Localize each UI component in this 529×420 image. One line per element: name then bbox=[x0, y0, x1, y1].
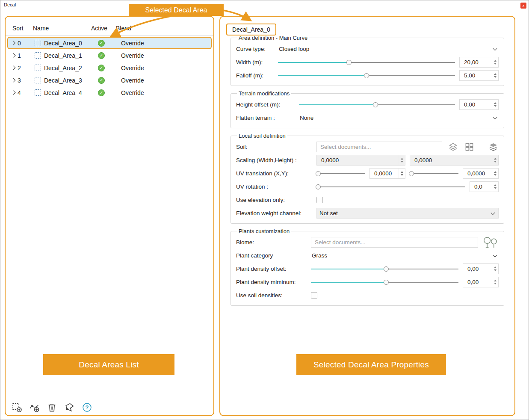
slider-thumb[interactable] bbox=[384, 266, 389, 272]
column-header-active[interactable]: Active bbox=[91, 25, 107, 32]
plant-category-select[interactable]: Grass bbox=[311, 250, 499, 261]
density-offset-spinbox[interactable]: 0,00 bbox=[463, 263, 499, 274]
expander-icon[interactable] bbox=[10, 91, 17, 94]
uv-x-spinbox[interactable]: 0,0000 bbox=[369, 168, 405, 179]
slider-thumb[interactable] bbox=[364, 73, 369, 78]
curve-type-select[interactable]: Closed loop bbox=[278, 44, 499, 54]
column-header-blend[interactable]: Blend bbox=[116, 25, 131, 32]
delete-button[interactable] bbox=[46, 401, 58, 413]
height-offset-spinbox[interactable]: 0,00 bbox=[459, 99, 499, 110]
width-spinbox[interactable]: 20,00 bbox=[459, 57, 499, 68]
row-sort: 3 bbox=[17, 77, 35, 84]
falloff-label: Falloff (m): bbox=[236, 72, 278, 79]
selected-properties-banner: Selected Decal Area Properties bbox=[296, 354, 446, 375]
soil-input[interactable] bbox=[316, 142, 442, 152]
list-item[interactable]: 4 Decal_Area_4 Override bbox=[7, 86, 212, 99]
spinner-arrows-icon[interactable] bbox=[399, 169, 405, 178]
soil-stack-button[interactable] bbox=[488, 142, 499, 152]
slider-fill bbox=[278, 75, 366, 76]
decal-areas-list: 0 Decal_Area_0 Override 1 Decal_Area_1 O… bbox=[7, 37, 212, 99]
uv-rotation-slider[interactable] bbox=[316, 182, 465, 192]
uv-y-slider[interactable] bbox=[410, 169, 458, 178]
list-item[interactable]: 1 Decal_Area_1 Override bbox=[7, 49, 212, 62]
decal-area-icon bbox=[35, 65, 44, 71]
slider-thumb[interactable] bbox=[409, 171, 414, 176]
flatten-terrain-select[interactable]: None bbox=[299, 112, 499, 123]
density-min-value: 0,00 bbox=[463, 279, 492, 285]
active-check-icon[interactable] bbox=[98, 77, 105, 84]
falloff-spinbox[interactable]: 5,00 bbox=[459, 70, 499, 81]
slider-thumb[interactable] bbox=[373, 102, 378, 107]
slider-thumb[interactable] bbox=[384, 280, 389, 285]
active-check-icon[interactable] bbox=[98, 40, 105, 47]
spinner-arrows-icon[interactable] bbox=[399, 155, 405, 165]
slider-fill bbox=[311, 282, 386, 283]
density-min-label: Plant density miminum: bbox=[236, 279, 311, 285]
biome-trees-button[interactable] bbox=[482, 237, 499, 248]
active-check-icon[interactable] bbox=[98, 52, 105, 59]
close-button[interactable]: x bbox=[520, 3, 526, 9]
column-header-name[interactable]: Name bbox=[33, 25, 49, 32]
list-item[interactable]: 0 Decal_Area_0 Override bbox=[7, 37, 212, 49]
add-decal-area-button[interactable] bbox=[11, 401, 23, 413]
uv-x-slider[interactable] bbox=[316, 169, 365, 178]
scaling-height-spinbox[interactable]: 0,0000 bbox=[410, 155, 499, 166]
elevation-weight-channel-select[interactable]: Not set bbox=[316, 208, 499, 219]
chevron-down-icon bbox=[493, 253, 497, 257]
active-check-icon[interactable] bbox=[98, 65, 105, 71]
polygon-select-button[interactable] bbox=[63, 401, 75, 413]
spinner-arrows-icon[interactable] bbox=[492, 264, 498, 274]
expander-icon[interactable] bbox=[10, 41, 17, 44]
list-item[interactable]: 2 Decal_Area_2 Override bbox=[7, 62, 212, 74]
scaling-width-value: 0,0000 bbox=[317, 157, 399, 163]
add-decal-curve-button[interactable] bbox=[28, 401, 40, 413]
grid-icon bbox=[464, 142, 474, 152]
spinner-arrows-icon[interactable] bbox=[492, 182, 498, 192]
polygon-select-icon bbox=[64, 402, 75, 413]
soil-grid-button[interactable] bbox=[464, 142, 475, 152]
row-name: Decal_Area_1 bbox=[44, 52, 98, 59]
spinner-arrows-icon[interactable] bbox=[492, 71, 498, 80]
biome-label: Biome: bbox=[236, 239, 311, 245]
slider-thumb[interactable] bbox=[346, 60, 352, 65]
spinner-arrows-icon[interactable] bbox=[492, 100, 498, 109]
uv-rotation-spinbox[interactable]: 0,0 bbox=[470, 181, 499, 192]
use-elevation-checkbox[interactable] bbox=[316, 197, 323, 203]
slider-thumb[interactable] bbox=[316, 171, 321, 176]
spinner-arrows-icon[interactable] bbox=[492, 57, 498, 67]
expander-icon[interactable] bbox=[10, 66, 17, 69]
density-offset-value: 0,00 bbox=[463, 266, 492, 272]
decal-window: Decal x Sort Name Active Blend 0 Decal_A… bbox=[0, 0, 529, 420]
list-item[interactable]: 3 Decal_Area_3 Override bbox=[7, 74, 212, 86]
use-soil-densities-checkbox[interactable] bbox=[311, 292, 317, 299]
column-header-sort[interactable]: Sort bbox=[12, 25, 24, 32]
active-check-icon[interactable] bbox=[98, 89, 105, 96]
density-min-slider[interactable] bbox=[311, 278, 458, 287]
slider-thumb[interactable] bbox=[316, 184, 321, 189]
soil-layers-button[interactable] bbox=[447, 142, 458, 152]
density-min-spinbox[interactable]: 0,00 bbox=[463, 277, 499, 287]
falloff-slider[interactable] bbox=[278, 71, 455, 80]
spinner-arrows-icon[interactable] bbox=[492, 155, 498, 165]
height-offset-value: 0,00 bbox=[460, 101, 492, 108]
uv-y-spinbox[interactable]: 0,0000 bbox=[463, 168, 499, 179]
uv-y-value: 0,0000 bbox=[463, 170, 492, 177]
use-elevation-label: Use elevation only: bbox=[236, 197, 316, 203]
help-button[interactable]: ? bbox=[81, 401, 93, 413]
expander-icon[interactable] bbox=[10, 54, 17, 57]
width-slider[interactable] bbox=[278, 58, 455, 67]
height-offset-slider[interactable] bbox=[299, 100, 455, 109]
biome-input[interactable] bbox=[311, 237, 478, 248]
flatten-terrain-value: None bbox=[299, 115, 491, 121]
selected-decal-name: Decal_Area_0 bbox=[226, 24, 276, 35]
scaling-width-spinbox[interactable]: 0,0000 bbox=[316, 155, 405, 166]
row-sort: 1 bbox=[17, 52, 35, 59]
scaling-label: Scaling (Width,Height) : bbox=[236, 157, 316, 163]
density-offset-slider[interactable] bbox=[311, 264, 458, 274]
spinner-arrows-icon[interactable] bbox=[492, 169, 498, 178]
slider-fill bbox=[311, 269, 386, 269]
spinner-arrows-icon[interactable] bbox=[492, 277, 498, 287]
density-offset-label: Plant density offset: bbox=[236, 266, 311, 272]
expander-icon[interactable] bbox=[10, 79, 17, 82]
chevron-down-icon bbox=[493, 46, 497, 50]
